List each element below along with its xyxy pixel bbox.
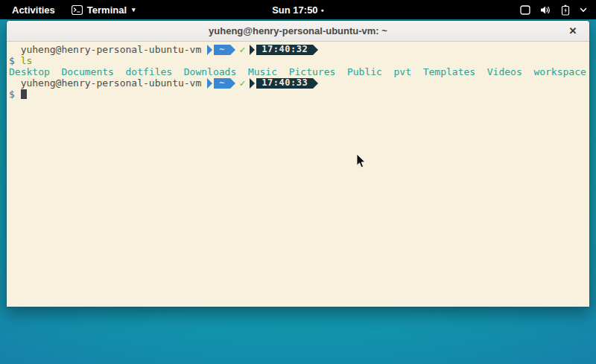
directory-name: dotfiles [126,66,173,77]
ls-output-line: Desktop Documents dotfiles Downloads Mus… [9,66,589,77]
app-menu-label: Terminal [87,4,127,16]
clock-label: Sun 17:50 [272,4,317,16]
top-bar: Activities Terminal ▾ Sun 17:50 ● [0,0,596,19]
status-check-icon: ✓ [240,44,246,55]
powerline-arrow-icon [313,45,318,55]
chevron-down-icon: ▾ [132,6,136,13]
powerline-arrow-icon [207,78,212,89]
directory-name: pvt [394,66,411,77]
system-tray-button[interactable] [520,0,590,19]
top-bar-left: Activities Terminal ▾ [0,3,136,17]
close-button[interactable]: ✕ [565,24,580,39]
input-line: $ [9,89,589,100]
directory-name: Public [347,66,382,77]
powerline-arrow-icon [230,45,235,55]
chevron-down-icon [580,7,587,13]
title-bar[interactable]: yuheng@henry-personal-ubuntu-vm: ~ ✕ [7,21,589,42]
terminal-screen[interactable]: yuheng@henry-personal-ubuntu-vm ~ ✓ 17:4… [7,42,589,307]
prompt-line: yuheng@henry-personal-ubuntu-vm ~ ✓ 17:4… [9,77,589,89]
activities-button[interactable]: Activities [9,3,58,17]
terminal-icon [72,5,83,15]
prompt-time: 17:40:32 [256,45,313,55]
prompt-time: 17:40:33 [256,78,313,89]
powerline-arrow-icon [250,78,255,89]
command-text: ls [21,55,33,66]
prompt-user: yuheng@henry-personal-ubuntu-vm [21,77,202,89]
time-segment: 17:40:33 [250,78,318,89]
directory-name: Documents [61,66,113,77]
prompt-user: yuheng@henry-personal-ubuntu-vm [21,44,202,55]
volume-icon [540,5,551,15]
powerline-arrow-icon [250,45,255,55]
display-icon [520,5,530,15]
path-segment: ~ [207,78,235,89]
directory-name: Videos [487,66,522,77]
terminal-window: yuheng@henry-personal-ubuntu-vm: ~ ✕ yuh… [6,20,590,307]
directory-name: Templates [423,66,475,77]
directory-name: workspace [533,66,586,77]
powerline-arrow-icon [207,45,212,55]
prompt-cwd: ~ [214,78,229,89]
time-segment: 17:40:32 [250,45,318,55]
text-cursor [21,89,27,99]
powerline-arrow-icon [230,78,235,89]
prompt-cwd: ~ [214,45,229,55]
prompt-dollar: $ [9,89,15,100]
prompt-dollar: $ [9,55,15,66]
directory-name: Desktop [9,66,50,77]
status-check-icon: ✓ [240,77,246,89]
directory-name: Music [248,66,277,77]
directory-name: Pictures [289,66,336,77]
prompt-line: yuheng@henry-personal-ubuntu-vm ~ ✓ 17:4… [9,44,589,55]
app-menu-button[interactable]: Terminal ▾ [72,4,136,16]
directory-name: Downloads [184,66,236,77]
path-segment: ~ [207,45,235,55]
powerline-arrow-icon [313,78,318,89]
clock-button[interactable]: Sun 17:50 ● [272,4,324,16]
command-line: $ ls [9,55,589,66]
battery-charging-icon [561,4,570,16]
window-title: yuheng@henry-personal-ubuntu-vm: ~ [209,25,387,36]
notification-dot: ● [321,7,324,13]
